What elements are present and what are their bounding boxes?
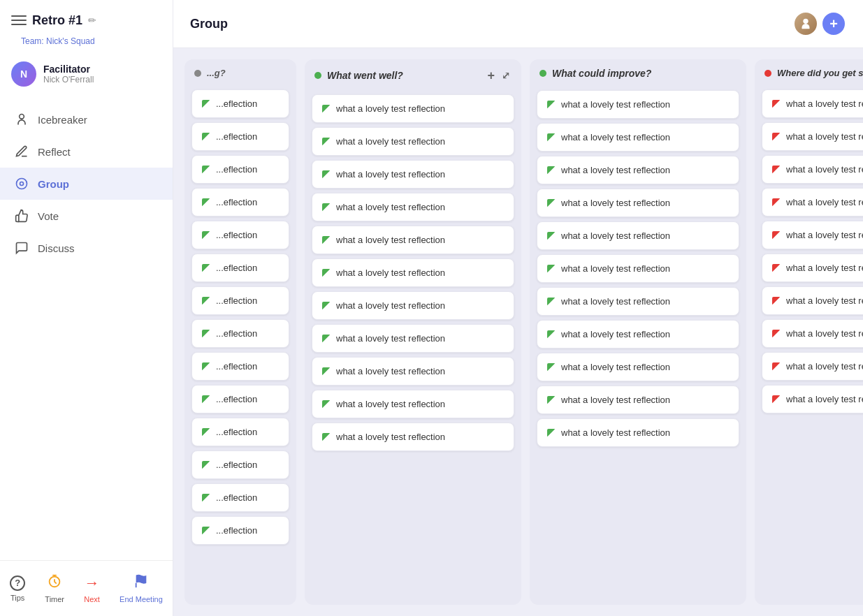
team-name: Team: Nick's Squad — [0, 36, 173, 54]
list-item[interactable]: what a lovely test reflection — [537, 254, 739, 283]
user-icons: + — [793, 11, 846, 36]
list-item[interactable]: what a lovely test reflection — [312, 160, 514, 189]
sidebar-item-vote[interactable]: Vote — [0, 200, 173, 232]
facilitator-avatar: N — [11, 61, 36, 87]
list-item[interactable]: what a lovely test reflect — [762, 319, 863, 348]
list-item[interactable]: ...eflection — [191, 254, 289, 282]
sidebar-item-reflect[interactable]: Reflect — [0, 135, 173, 168]
svg-point-0 — [20, 115, 24, 119]
list-item[interactable]: what a lovely test reflection — [537, 386, 739, 414]
list-item[interactable]: ...eflection — [191, 122, 289, 151]
list-item[interactable]: what a lovely test reflection — [312, 423, 514, 451]
facilitator-info: Facilitator Nick O'Ferrall — [43, 64, 94, 85]
list-item[interactable]: what a lovely test reflect — [762, 385, 863, 413]
list-item[interactable]: ...eflection — [191, 385, 289, 413]
list-item[interactable]: ...eflection — [191, 286, 289, 315]
list-item[interactable]: ...eflection — [191, 319, 289, 348]
columns-area: ...g? ...eflection ...eflection ...eflec… — [173, 48, 863, 616]
add-user-button[interactable]: + — [821, 11, 846, 36]
discuss-icon — [14, 240, 29, 256]
column-right-partial: Where did you get s... what a lovely tes… — [755, 59, 863, 605]
list-item[interactable]: what a lovely test reflection — [537, 418, 739, 447]
list-item[interactable]: what a lovely test reflection — [312, 390, 514, 418]
vote-icon — [14, 208, 29, 223]
list-item[interactable]: what a lovely test reflection — [537, 221, 739, 250]
sidebar-item-icebreaker[interactable]: Icebreaker — [0, 103, 173, 135]
list-item[interactable]: what a lovely test reflect — [762, 286, 863, 315]
list-item[interactable]: ...eflection — [191, 188, 289, 217]
timer-button[interactable]: Timer — [36, 569, 73, 608]
cards-list-2: what a lovely test reflection what a lov… — [530, 87, 746, 605]
list-item[interactable]: what a lovely test reflect — [762, 221, 863, 249]
list-item[interactable]: what a lovely test reflection — [312, 324, 514, 353]
list-item[interactable]: what a lovely test reflection — [537, 320, 739, 349]
cards-list-1: what a lovely test reflection what a lov… — [305, 91, 521, 605]
facilitator-section: N Facilitator Nick O'Ferrall — [0, 54, 173, 98]
facilitator-user: Nick O'Ferrall — [43, 75, 94, 85]
list-item[interactable]: ...eflection — [191, 483, 289, 512]
group-label: Group — [38, 178, 69, 190]
list-item[interactable]: what a lovely test reflect — [762, 122, 863, 151]
list-item[interactable]: ...eflection — [191, 450, 289, 479]
next-icon: → — [85, 574, 100, 592]
icebreaker-label: Icebreaker — [38, 114, 87, 126]
column-left-partial: ...g? ...eflection ...eflection ...eflec… — [184, 59, 296, 605]
list-item[interactable]: what a lovely test reflection — [312, 127, 514, 156]
timer-icon — [47, 573, 62, 592]
next-button[interactable]: → Next — [75, 570, 108, 608]
list-item[interactable]: what a lovely test reflection — [537, 287, 739, 316]
end-meeting-button[interactable]: End Meeting — [111, 569, 171, 608]
sidebar-item-discuss[interactable]: Discuss — [0, 232, 173, 264]
list-item[interactable]: what a lovely test reflection — [312, 94, 514, 123]
list-item[interactable]: ...eflection — [191, 155, 289, 184]
list-item[interactable]: what a lovely test reflection — [312, 357, 514, 386]
page-title: Group — [190, 17, 228, 31]
sidebar-footer: ? Tips Timer → Next End Meeting — [0, 560, 173, 616]
vote-label: Vote — [38, 210, 59, 222]
reflect-icon — [14, 144, 29, 159]
top-bar: Group + — [173, 0, 863, 48]
list-item[interactable]: what a lovely test reflection — [537, 189, 739, 217]
svg-point-5 — [803, 19, 808, 24]
reflect-label: Reflect — [38, 146, 71, 158]
retro-title: Retro #1 — [32, 13, 82, 28]
list-item[interactable]: what a lovely test reflection — [312, 193, 514, 221]
list-item[interactable]: ...eflection — [191, 352, 289, 381]
col-title-1: What went well? — [327, 70, 403, 81]
col-title-2: What could improve? — [552, 68, 651, 79]
svg-point-2 — [17, 179, 27, 189]
list-item[interactable]: what a lovely test reflect — [762, 254, 863, 282]
tips-label: Tips — [10, 594, 24, 602]
list-item[interactable]: what a lovely test reflection — [312, 226, 514, 254]
menu-icon[interactable] — [11, 13, 27, 28]
list-item[interactable]: what a lovely test reflection — [537, 123, 739, 152]
sidebar-item-group[interactable]: Group — [0, 168, 173, 200]
list-item[interactable]: what a lovely test reflect — [762, 352, 863, 381]
column-center-1: What went well? + ⤢ what a lovely test r… — [305, 59, 521, 605]
end-icon — [133, 573, 149, 592]
list-item[interactable]: ...eflection — [191, 221, 289, 249]
user-avatar-1 — [793, 11, 818, 36]
tips-icon: ? — [10, 575, 25, 591]
list-item[interactable]: ...eflection — [191, 89, 289, 118]
tips-button[interactable]: ? Tips — [1, 571, 34, 606]
list-item[interactable]: what a lovely test reflection — [537, 353, 739, 381]
list-item[interactable]: what a lovely test reflect — [762, 89, 863, 118]
next-label: Next — [84, 595, 100, 603]
column-header-2: What could improve? — [530, 59, 746, 87]
add-card-button[interactable]: + — [486, 68, 496, 83]
list-item[interactable]: what a lovely test reflect — [762, 188, 863, 217]
column-center-2: What could improve? what a lovely test r… — [530, 59, 746, 605]
compress-button[interactable]: ⤢ — [500, 69, 512, 82]
list-item[interactable]: ...eflection — [191, 516, 289, 545]
column-actions-1: + ⤢ — [486, 68, 512, 83]
icebreaker-icon — [14, 112, 29, 127]
list-item[interactable]: what a lovely test reflection — [537, 156, 739, 184]
edit-icon[interactable]: ✏ — [88, 15, 96, 26]
col-title-left: ...g? — [207, 68, 226, 78]
list-item[interactable]: ...eflection — [191, 418, 289, 446]
list-item[interactable]: what a lovely test reflection — [312, 291, 514, 320]
list-item[interactable]: what a lovely test reflection — [537, 90, 739, 119]
list-item[interactable]: what a lovely test reflect — [762, 155, 863, 184]
list-item[interactable]: what a lovely test reflection — [312, 258, 514, 287]
